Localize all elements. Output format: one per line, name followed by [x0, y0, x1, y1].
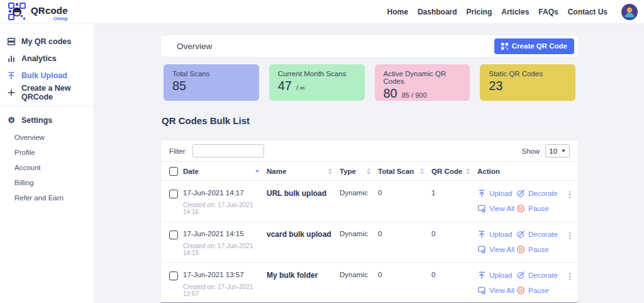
row-actions: Upload Decorate View All — [477, 230, 564, 254]
view-all-icon — [477, 286, 486, 295]
row-date: 17-Jun-2021 13:57 — [183, 271, 267, 278]
decorate-icon — [516, 271, 525, 280]
brand-subtitle: Chimp — [31, 16, 68, 21]
sidebar-item-label: My QR codes — [21, 37, 71, 46]
brand-logo[interactable]: QRcode Chimp — [8, 2, 68, 21]
row-total-scan: 0 — [378, 271, 431, 278]
stat-label: Active Dynamic QR Codes — [384, 70, 462, 85]
brand-name: QRcode — [31, 5, 68, 16]
page-size-value: 10 — [549, 147, 557, 155]
stats-row: Total Scans 85 Current Month Scans 47 / … — [160, 64, 579, 101]
decorate-icon — [516, 230, 525, 239]
sidebar-item-create-new-qrcode[interactable]: Create a New QRCode — [0, 84, 94, 101]
settings-item-billing[interactable]: Billing — [0, 175, 94, 190]
upload-label: Upload — [489, 190, 512, 197]
stat-suffix: / ∞ — [296, 84, 305, 91]
decorate-action[interactable]: Decorate — [516, 189, 558, 198]
stat-card-current-month-scans: Current Month Scans 47 / ∞ — [269, 64, 365, 101]
pause-icon — [516, 286, 525, 295]
nav-link-dashboard[interactable]: Dashboard — [418, 8, 457, 16]
row-menu-kebab-icon[interactable]: ⋮ — [564, 190, 575, 199]
settings-item-overview[interactable]: Overview — [0, 130, 94, 145]
row-menu-kebab-icon[interactable]: ⋮ — [564, 272, 575, 281]
decorate-icon — [516, 189, 525, 198]
pause-action[interactable]: Pause — [516, 204, 549, 213]
row-date: 17-Jun-2021 14:17 — [183, 189, 267, 197]
row-checkbox[interactable] — [169, 272, 178, 280]
bar-chart-icon — [7, 54, 16, 63]
settings-item-profile[interactable]: Profile — [0, 145, 94, 160]
settings-item-account[interactable]: Account — [0, 160, 94, 175]
row-checkbox[interactable] — [169, 190, 178, 198]
nav-link-home[interactable]: Home — [387, 8, 408, 16]
upload-action[interactable]: Upload — [477, 271, 516, 280]
row-total-scan: 0 — [378, 189, 431, 197]
pause-label: Pause — [528, 287, 549, 294]
row-qr-code-count: 0 — [431, 230, 477, 237]
sidebar-item-analytics[interactable]: Analytics — [0, 50, 94, 67]
nav-link-faqs[interactable]: FAQs — [538, 8, 558, 16]
view-all-action[interactable]: View All — [477, 245, 516, 254]
nav-link-pricing[interactable]: Pricing — [467, 8, 492, 16]
column-header-name[interactable]: Name — [267, 168, 340, 175]
nav-link-articles[interactable]: Articles — [501, 8, 529, 16]
select-all-checkbox[interactable] — [169, 167, 178, 176]
row-checkbox[interactable] — [169, 231, 178, 239]
sidebar-item-bulk-upload[interactable]: Bulk Upload — [0, 67, 94, 84]
chevron-down-icon: ▼ — [561, 148, 566, 154]
sort-icon — [367, 168, 370, 174]
row-total-scan: 0 — [378, 230, 431, 237]
stat-suffix: 85 / 900 — [402, 91, 427, 99]
pause-action[interactable]: Pause — [516, 245, 549, 254]
sort-icon — [328, 168, 332, 174]
decorate-label: Decorate — [528, 190, 558, 197]
column-label: QR Code — [431, 168, 462, 175]
table-header-row: Date Name Type — [161, 162, 578, 181]
column-label: Total Scan — [378, 168, 414, 175]
view-all-action[interactable]: View All — [477, 286, 516, 295]
view-all-label: View All — [489, 205, 514, 212]
upload-label: Upload — [489, 272, 512, 279]
row-created-on: Created on: 17-Jun-2021 14:16 — [183, 202, 267, 215]
row-qr-code-count: 1 — [431, 189, 477, 197]
nav-links: Home Dashboard Pricing Articles FAQs Con… — [387, 8, 608, 16]
pause-action[interactable]: Pause — [516, 286, 549, 295]
stat-card-static-qr-codes: Static QR Codes 23 — [480, 64, 575, 101]
upload-action[interactable]: Upload — [477, 230, 516, 239]
create-qr-code-button[interactable]: Create QR Code — [494, 38, 574, 54]
upload-icon — [477, 230, 486, 239]
stat-label: Static QR Codes — [489, 70, 567, 77]
decorate-label: Decorate — [528, 272, 558, 279]
column-header-total-scan[interactable]: Total Scan — [378, 168, 431, 175]
column-header-qr-code[interactable]: QR Code — [431, 168, 477, 175]
row-actions: Upload Decorate View All — [477, 189, 564, 213]
row-menu-kebab-icon[interactable]: ⋮ — [564, 231, 575, 240]
bulk-list-title: QR Codes Bulk List — [162, 114, 579, 128]
column-header-date[interactable]: Date — [183, 168, 267, 175]
sidebar-item-my-qr-codes[interactable]: My QR codes — [0, 33, 94, 50]
bulk-list-card: Filter Show 10 ▼ Date — [160, 140, 579, 303]
settings-item-refer-and-earn[interactable]: Refer and Earn — [0, 190, 94, 205]
sidebar-item-settings[interactable]: ⚙ Settings — [0, 111, 94, 129]
nav-link-contact-us[interactable]: Contact Us — [568, 8, 608, 16]
filter-input[interactable] — [192, 144, 264, 157]
decorate-action[interactable]: Decorate — [516, 271, 558, 280]
column-header-type[interactable]: Type — [340, 168, 378, 175]
settings-submenu: Overview Profile Account Billing Refer a… — [0, 130, 94, 205]
sidebar-item-label: Analytics — [21, 54, 57, 63]
sort-desc-icon — [255, 170, 259, 173]
user-avatar[interactable] — [621, 4, 638, 20]
column-label: Name — [267, 168, 286, 175]
stat-card-active-dynamic-qr-codes: Active Dynamic QR Codes 80 85 / 900 — [375, 64, 470, 101]
pause-label: Pause — [528, 246, 549, 253]
table-row: 17-Jun-2021 13:57 Created on: 17-Jun-202… — [161, 263, 578, 303]
app-window: QRcode Chimp Home Dashboard Pricing Arti… — [0, 0, 644, 303]
view-all-action[interactable]: View All — [477, 204, 516, 213]
column-header-action: Action — [477, 168, 564, 175]
decorate-action[interactable]: Decorate — [516, 230, 558, 239]
page-size-select[interactable]: 10 ▼ — [545, 144, 570, 157]
stat-label: Current Month Scans — [278, 70, 356, 77]
upload-action[interactable]: Upload — [477, 189, 516, 198]
table-row: 17-Jun-2021 14:15 Created on: 17-Jun-202… — [161, 222, 578, 263]
row-type: Dynamic — [340, 189, 378, 197]
